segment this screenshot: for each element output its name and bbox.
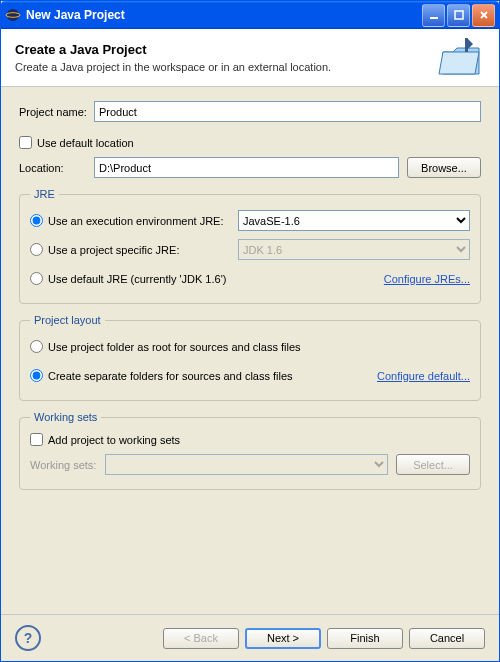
page-subtitle: Create a Java project in the workspace o…: [15, 61, 437, 73]
jre-project-specific-label: Use a project specific JRE:: [48, 244, 238, 256]
back-button: < Back: [163, 628, 239, 649]
page-title: Create a Java Project: [15, 42, 437, 57]
location-input[interactable]: [94, 157, 399, 178]
use-default-location-checkbox[interactable]: [19, 136, 32, 149]
next-button[interactable]: Next >: [245, 628, 321, 649]
minimize-button[interactable]: [422, 4, 445, 27]
layout-separate-label: Create separate folders for sources and …: [48, 370, 377, 382]
dialog-window: New Java Project Create a Java Project C…: [0, 0, 500, 662]
jre-project-specific-select: JDK 1.6: [238, 239, 470, 260]
close-button[interactable]: [472, 4, 495, 27]
svg-rect-6: [465, 38, 468, 52]
configure-default-link[interactable]: Configure default...: [377, 370, 470, 382]
jre-group: JRE Use an execution environment JRE: Ja…: [19, 188, 481, 304]
layout-root-label: Use project folder as root for sources a…: [48, 341, 301, 353]
location-label: Location:: [19, 162, 94, 174]
configure-jres-link[interactable]: Configure JREs...: [384, 273, 470, 285]
add-to-working-sets-checkbox[interactable]: [30, 433, 43, 446]
jre-project-specific-radio[interactable]: [30, 243, 43, 256]
wizard-footer: ? < Back Next > Finish Cancel: [1, 614, 499, 661]
cancel-button[interactable]: Cancel: [409, 628, 485, 649]
svg-rect-3: [455, 11, 463, 19]
project-layout-group: Project layout Use project folder as roo…: [19, 314, 481, 401]
browse-button[interactable]: Browse...: [407, 157, 481, 178]
project-name-label: Project name:: [19, 106, 94, 118]
working-sets-legend: Working sets: [30, 411, 101, 423]
jre-default-label: Use default JRE (currently 'JDK 1.6'): [48, 273, 384, 285]
project-layout-legend: Project layout: [30, 314, 105, 326]
jre-default-radio[interactable]: [30, 272, 43, 285]
add-to-working-sets-label: Add project to working sets: [48, 434, 180, 446]
project-name-input[interactable]: [94, 101, 481, 122]
help-button[interactable]: ?: [15, 625, 41, 651]
window-title: New Java Project: [26, 8, 420, 22]
titlebar[interactable]: New Java Project: [1, 1, 499, 29]
layout-separate-radio[interactable]: [30, 369, 43, 382]
select-working-sets-button: Select...: [396, 454, 470, 475]
jre-exec-env-select[interactable]: JavaSE-1.6: [238, 210, 470, 231]
finish-button[interactable]: Finish: [327, 628, 403, 649]
use-default-location-label: Use default location: [37, 137, 134, 149]
svg-rect-2: [430, 17, 438, 19]
jre-legend: JRE: [30, 188, 59, 200]
folder-wizard-icon: [437, 34, 485, 82]
jre-exec-env-radio[interactable]: [30, 214, 43, 227]
wizard-content: Project name: Use default location Locat…: [1, 87, 499, 614]
working-sets-group: Working sets Add project to working sets…: [19, 411, 481, 490]
maximize-button[interactable]: [447, 4, 470, 27]
eclipse-icon: [5, 7, 21, 23]
working-sets-select: [105, 454, 388, 475]
svg-point-0: [7, 9, 19, 21]
layout-root-radio[interactable]: [30, 340, 43, 353]
working-sets-label: Working sets:: [30, 459, 105, 471]
jre-exec-env-label: Use an execution environment JRE:: [48, 215, 238, 227]
wizard-header: Create a Java Project Create a Java proj…: [1, 29, 499, 87]
